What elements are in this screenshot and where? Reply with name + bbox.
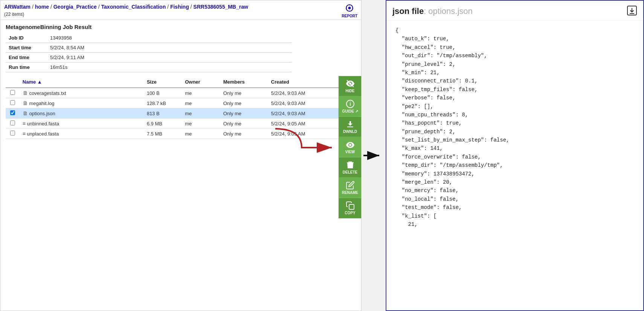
col-name-header[interactable]: Name ▲: [20, 76, 144, 88]
json-download-button[interactable]: [627, 5, 637, 17]
checkbox[interactable]: [10, 110, 15, 115]
row-owner: me: [182, 98, 220, 108]
checkbox[interactable]: [10, 131, 15, 136]
row-members: Only me: [220, 119, 268, 129]
row-checkbox[interactable]: [6, 119, 20, 129]
copy-button[interactable]: COPY: [339, 198, 362, 218]
checkbox[interactable]: [10, 90, 15, 95]
row-size: 6.9 MB: [144, 119, 182, 129]
checkbox[interactable]: [10, 120, 15, 125]
hide-label: HIDE: [346, 89, 355, 93]
doc-icon: 🗎: [23, 90, 28, 96]
row-members: Only me: [220, 98, 268, 108]
download-label: DWNLD: [343, 130, 357, 134]
row-checkbox[interactable]: [6, 88, 20, 98]
panel-arrow: [362, 0, 384, 311]
report-label: REPORT: [342, 14, 357, 18]
job-info-table: Job ID 13493958 Start time 5/2/24, 8:54 …: [6, 33, 292, 72]
breadcrumb-segment-3[interactable]: Georgia_Practice: [53, 4, 97, 10]
side-action-bar: HIDE i GUIDE ↗ DWNLD: [339, 76, 361, 218]
breadcrumb-segment-4[interactable]: Taxonomic_Classification: [101, 4, 166, 10]
col-owner-header[interactable]: Owner: [182, 76, 220, 88]
file-table: Name ▲ Size Owner Members Created +: [6, 76, 356, 139]
breadcrumb-segment-1[interactable]: ARWattam: [4, 4, 31, 10]
row-created: 5/2/24, 9:05 AM: [268, 129, 340, 139]
json-colon: :: [424, 6, 428, 16]
download-icon: [346, 120, 355, 129]
json-file-type: json file: [392, 6, 424, 16]
guide-icon: i: [346, 99, 355, 108]
delete-label: DELETE: [343, 170, 357, 174]
table-row[interactable]: ≡ unbinned.fasta 6.9 MB me Only me 5/2/2…: [6, 119, 356, 129]
row-created: 5/2/24, 9:03 AM: [268, 88, 340, 98]
row-members: Only me: [220, 108, 268, 119]
row-name[interactable]: ≡ unbinned.fasta: [20, 119, 144, 129]
breadcrumb-segment-5[interactable]: Fishing: [170, 4, 189, 10]
fasta-icon: ≡: [23, 120, 26, 127]
hide-button[interactable]: HIDE: [339, 76, 362, 96]
job-info-row-4: Run time 16m51s: [6, 63, 292, 72]
fasta-icon: ≡: [23, 131, 26, 137]
delete-button[interactable]: DELETE: [339, 157, 362, 178]
json-icon: 🗎: [23, 110, 28, 116]
job-value-end: 5/2/24, 9:11 AM: [47, 53, 292, 63]
rename-button[interactable]: RENAME: [339, 178, 362, 198]
svg-text:i: i: [349, 101, 351, 107]
row-name[interactable]: 🗎 options.json: [20, 108, 144, 119]
row-owner: me: [182, 88, 220, 98]
left-content: Name ▲ Size Owner Members Created +: [0, 76, 361, 311]
col-members-header[interactable]: Members: [220, 76, 268, 88]
json-header: json file: options.json: [386, 1, 643, 20]
table-row[interactable]: 🗎 coveragestats.txt 100 B me Only me 5/2…: [6, 88, 356, 98]
breadcrumb-segment-6[interactable]: SRR5386055_MB_raw: [193, 4, 248, 10]
col-checkbox: [6, 76, 20, 88]
row-created: 5/2/24, 9:05 AM: [268, 119, 340, 129]
col-size-header[interactable]: Size: [144, 76, 182, 88]
file-table-header: Name ▲ Size Owner Members Created +: [6, 76, 356, 88]
download-button[interactable]: DWNLD: [339, 117, 362, 137]
left-panel: ARWattam / home / Georgia_Practice / Tax…: [0, 0, 362, 311]
job-info-row-1: Job ID 13493958: [6, 33, 292, 43]
row-name[interactable]: 🗎 coveragestats.txt: [20, 88, 144, 98]
table-row[interactable]: 🗎 megahit.log 128.7 kB me Only me 5/2/24…: [6, 98, 356, 108]
view-button[interactable]: VIEW: [339, 137, 362, 157]
col-created-header[interactable]: Created: [268, 76, 340, 88]
row-created: 5/2/24, 9:03 AM: [268, 98, 340, 108]
report-button[interactable]: REPORT: [342, 3, 357, 18]
job-value-id: 13493958: [47, 33, 292, 43]
row-owner: me: [182, 129, 220, 139]
row-checkbox[interactable]: [6, 98, 20, 108]
view-label: VIEW: [345, 150, 355, 154]
row-size: 128.7 kB: [144, 98, 182, 108]
svg-rect-10: [349, 204, 354, 209]
table-row[interactable]: 🗎 options.json 813 B me Only me 5/2/24, …: [6, 108, 356, 119]
copy-icon: [346, 201, 355, 210]
row-name[interactable]: 🗎 megahit.log: [20, 98, 144, 108]
job-result-title: MetagenomeBinning Job Result: [6, 24, 356, 30]
job-info-row-3: End time 5/2/24, 9:11 AM: [6, 53, 292, 63]
guide-label: GUIDE ↗: [342, 109, 358, 113]
row-checkbox[interactable]: [6, 129, 20, 139]
breadcrumb[interactable]: ARWattam / home / Georgia_Practice / Tax…: [4, 3, 248, 11]
row-name[interactable]: ≡ unplaced.fasta: [20, 129, 144, 139]
guide-button[interactable]: i GUIDE ↗: [339, 96, 362, 117]
job-label-runtime: Run time: [6, 63, 47, 72]
row-checkbox[interactable]: [6, 108, 20, 119]
job-label-end: End time: [6, 53, 47, 63]
row-size: 100 B: [144, 88, 182, 98]
breadcrumb-text: ARWattam / home / Georgia_Practice / Tax…: [4, 3, 248, 17]
breadcrumb-count: (22 items): [4, 12, 248, 17]
breadcrumb-segment-2[interactable]: home: [35, 4, 49, 10]
row-owner: me: [182, 119, 220, 129]
checkbox[interactable]: [10, 100, 15, 105]
doc-icon: 🗎: [23, 100, 28, 106]
breadcrumb-bar: ARWattam / home / Georgia_Practice / Tax…: [0, 0, 361, 20]
row-size: 7.5 MB: [144, 129, 182, 139]
delete-icon: [346, 160, 355, 169]
row-members: Only me: [220, 88, 268, 98]
hide-icon: [346, 79, 355, 88]
rename-label: RENAME: [342, 191, 358, 195]
job-result-section: MetagenomeBinning Job Result Job ID 1349…: [0, 20, 361, 76]
json-title: json file: options.json: [392, 6, 473, 16]
table-row[interactable]: ≡ unplaced.fasta 7.5 MB me Only me 5/2/2…: [6, 129, 356, 139]
